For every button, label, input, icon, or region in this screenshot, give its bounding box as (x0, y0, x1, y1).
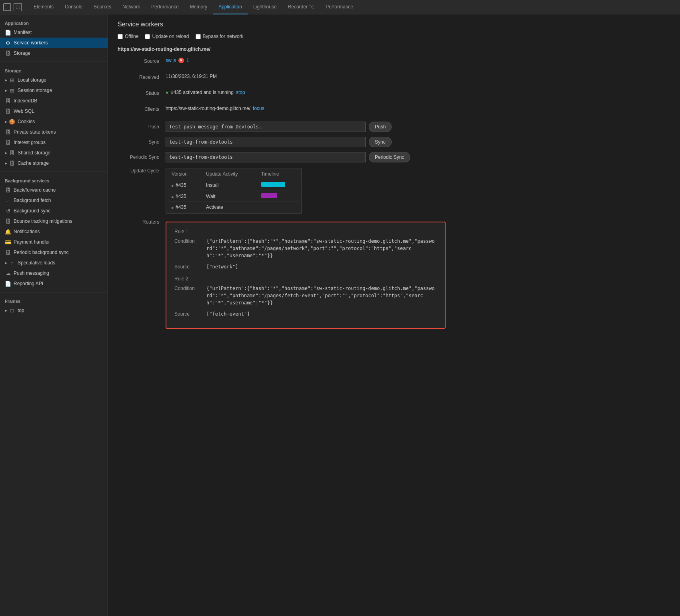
offline-checkbox[interactable] (118, 34, 123, 39)
rule-1-condition-row: Condition {"urlPattern":{"hash":"*","hos… (174, 238, 437, 259)
condition-value-1: {"urlPattern":{"hash":"*","hostname":"sw… (206, 238, 437, 259)
sync-button[interactable]: Sync (369, 137, 392, 147)
update-on-reload-checkbox[interactable] (145, 34, 150, 39)
payment-handler-icon: 💳 (5, 239, 11, 245)
version-cell: ▶#435 (167, 191, 200, 202)
arrow-icon (5, 88, 7, 92)
bypass-for-network-label: Bypass for network (203, 34, 244, 39)
sidebar-item-background-sync[interactable]: ↺ Background sync (0, 206, 108, 216)
periodic-sync-button[interactable]: Periodic Sync (369, 152, 410, 162)
source-link[interactable]: sw.js (166, 58, 176, 63)
sidebar-item-speculative-loads[interactable]: ↑ Speculative loads (0, 258, 108, 268)
sidebar-item-service-workers[interactable]: ⚙ Service workers (0, 38, 108, 48)
sidebar-item-label: Back/forward cache (14, 187, 56, 193)
source-num[interactable]: 1 (186, 58, 189, 63)
page-title: Service workers (118, 21, 670, 28)
sidebar-item-label: Web SQL (14, 108, 34, 114)
status-label: Status (118, 90, 166, 96)
inspect-icon[interactable]: ⬚ (14, 3, 22, 11)
sidebar-item-label: Reporting API (14, 281, 43, 286)
source-value: sw.js ✕ 1 (166, 58, 189, 63)
focus-link[interactable]: focus (253, 106, 264, 111)
sidebar-item-notifications[interactable]: 🔔 Notifications (0, 226, 108, 237)
sidebar-item-session-storage[interactable]: ⊞ Session storage (0, 85, 108, 96)
push-button[interactable]: Push (369, 122, 392, 132)
local-storage-icon: ⊞ (9, 77, 15, 83)
bypass-for-network-checkbox-label[interactable]: Bypass for network (196, 34, 244, 39)
sidebar-item-bounce-tracking[interactable]: 🗄 Bounce tracking mitigations (0, 216, 108, 226)
sidebar-item-label: Cache storage (18, 160, 49, 166)
update-cycle-value: Version Update Activity Timeline ▶#435 I… (166, 167, 302, 214)
sidebar-item-label: Push messaging (14, 270, 49, 276)
sidebar-item-storage[interactable]: 🗄 Storage (0, 48, 108, 58)
periodic-sync-label: Periodic Sync (118, 154, 166, 160)
bypass-for-network-checkbox[interactable] (196, 34, 201, 39)
storage-icon: 🗄 (5, 50, 11, 56)
update-cycle-label: Update Cycle (118, 167, 166, 174)
service-workers-icon: ⚙ (5, 40, 11, 46)
sidebar-item-label: Private state tokens (14, 129, 56, 135)
section-frames: Frames (0, 296, 108, 305)
tab-performance[interactable]: Performance (146, 0, 184, 14)
push-messaging-icon: ☁ (5, 270, 11, 276)
sidebar-item-private-state-tokens[interactable]: 🗄 Private state tokens (0, 127, 108, 137)
tab-memory[interactable]: Memory (184, 0, 213, 14)
push-input[interactable] (166, 122, 366, 132)
received-value: 11/30/2023, 6:19:31 PM (166, 74, 217, 79)
private-state-tokens-icon: 🗄 (5, 129, 11, 135)
source-label-2: Source (174, 310, 206, 317)
sidebar-item-label: Manifest (14, 30, 32, 35)
routers-label: Routers (118, 218, 166, 225)
condition-label-1: Condition (174, 238, 206, 244)
update-on-reload-label: Update on reload (152, 34, 189, 39)
sidebar-item-periodic-bg-sync[interactable]: 🗄 Periodic background sync (0, 247, 108, 258)
tab-application[interactable]: Application (213, 0, 248, 14)
sidebar-item-background-fetch[interactable]: ↓↑ Background fetch (0, 195, 108, 206)
sidebar-item-cache-storage[interactable]: 🗄 Cache storage (0, 158, 108, 168)
frame-icon: □ (9, 308, 15, 314)
received-row: Received 11/30/2023, 6:19:31 PM (118, 74, 670, 85)
devtools-icon: ⋮⋮ (3, 3, 11, 11)
timeline-cell (256, 191, 300, 202)
stop-link[interactable]: stop (236, 90, 245, 95)
offline-checkbox-label[interactable]: Offline (118, 34, 138, 39)
sidebar-item-label: Cookies (18, 119, 35, 124)
sidebar-item-cookies[interactable]: 🍪 Cookies (0, 116, 108, 127)
section-background-services: Background services (0, 175, 108, 185)
sidebar-item-top-frame[interactable]: □ top (0, 305, 108, 316)
tab-performance2[interactable]: Performance (320, 0, 359, 14)
sidebar-item-indexeddb[interactable]: 🗄 IndexedDB (0, 96, 108, 106)
sidebar-item-manifest[interactable]: 📄 Manifest (0, 27, 108, 38)
tab-network[interactable]: Network (117, 0, 146, 14)
arrow-icon (5, 308, 7, 312)
sidebar-item-interest-groups[interactable]: 🗄 Interest groups (0, 137, 108, 148)
sidebar-item-reporting-api[interactable]: 📄 Reporting API (0, 278, 108, 289)
tab-elements[interactable]: Elements (28, 0, 59, 14)
tab-console[interactable]: Console (59, 0, 88, 14)
rule-2-title: Rule 2 (174, 276, 437, 282)
tab-lighthouse[interactable]: Lighthouse (248, 0, 282, 14)
tab-recorder[interactable]: Recorder ⌥ (282, 0, 320, 14)
periodic-sync-row: Periodic Sync Periodic Sync (118, 152, 670, 162)
rule-2-source-row: Source ["fetch-event"] (174, 310, 437, 318)
sidebar-item-web-sql[interactable]: 🗄 Web SQL (0, 106, 108, 116)
sync-input[interactable] (166, 137, 366, 147)
back-forward-cache-icon: 🗄 (5, 187, 11, 193)
version-cell: ▶#435 (167, 202, 200, 212)
update-on-reload-checkbox-label[interactable]: Update on reload (145, 34, 189, 39)
rule-1-title: Rule 1 (174, 229, 437, 234)
periodic-sync-input[interactable] (166, 152, 366, 162)
sidebar-item-payment-handler[interactable]: 💳 Payment handler (0, 237, 108, 247)
sidebar-item-push-messaging[interactable]: ☁ Push messaging (0, 268, 108, 278)
sidebar-item-shared-storage[interactable]: 🗄 Shared storage (0, 148, 108, 158)
version-cell: ▶#435 (167, 180, 200, 190)
sidebar-item-label: Periodic background sync (14, 250, 68, 255)
shared-storage-icon: 🗄 (9, 150, 15, 156)
section-storage: Storage (0, 65, 108, 75)
status-text: #435 activated and is running (171, 90, 234, 95)
received-label: Received (118, 74, 166, 80)
tab-sources[interactable]: Sources (88, 0, 117, 14)
sidebar-item-local-storage[interactable]: ⊞ Local storage (0, 75, 108, 85)
indexeddb-icon: 🗄 (5, 98, 11, 104)
sidebar-item-back-forward-cache[interactable]: 🗄 Back/forward cache (0, 185, 108, 195)
